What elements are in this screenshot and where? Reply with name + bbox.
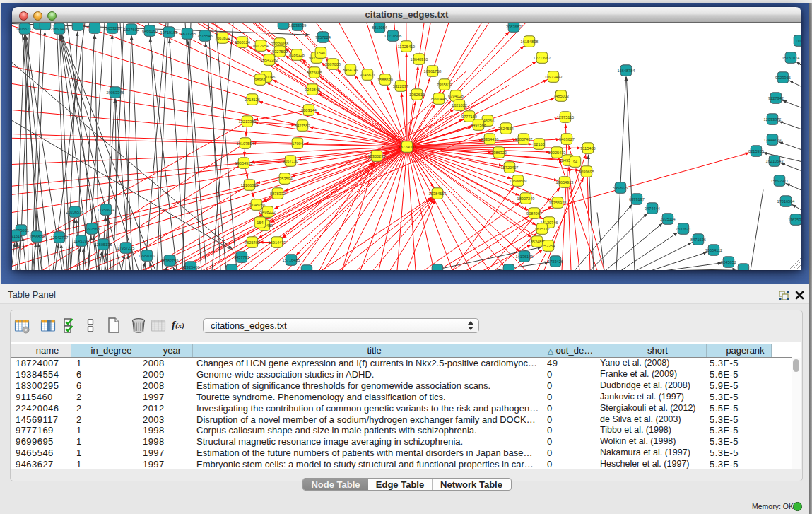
svg-text:12218506: 12218506 [384, 34, 402, 38]
svg-text:12923466: 12923466 [182, 265, 200, 269]
svg-text:29053346: 29053346 [107, 90, 124, 95]
svg-text:16033809: 16033809 [289, 23, 307, 28]
svg-text:8912954: 8912954 [253, 44, 269, 48]
svg-text:1353594: 1353594 [277, 177, 293, 181]
svg-text:10543382: 10543382 [261, 58, 278, 62]
svg-text:1546: 1546 [317, 51, 325, 55]
svg-text:2867608: 2867608 [325, 62, 341, 66]
svg-text:18640910: 18640910 [411, 57, 428, 62]
svg-text:9084067: 9084067 [526, 211, 542, 216]
svg-text:9329966: 9329966 [775, 76, 791, 80]
svg-text:20691406: 20691406 [51, 27, 69, 31]
svg-text:6466160: 6466160 [142, 29, 158, 33]
svg-text:7663822: 7663822 [215, 36, 230, 40]
svg-text:7625402: 7625402 [245, 240, 260, 245]
svg-text:9457791: 9457791 [234, 255, 249, 259]
svg-text:7632621: 7632621 [676, 227, 691, 231]
svg-text:3624554: 3624554 [498, 127, 514, 131]
svg-text:10688609: 10688609 [510, 179, 527, 183]
svg-text:18724007: 18724007 [399, 145, 416, 149]
svg-text:16782759: 16782759 [161, 259, 179, 263]
svg-text:62160: 62160 [534, 142, 545, 146]
svg-text:6497568: 6497568 [471, 123, 486, 127]
svg-text:10107554: 10107554 [237, 141, 254, 146]
svg-text:12505135: 12505135 [95, 243, 112, 247]
svg-text:16961758: 16961758 [424, 69, 442, 74]
svg-text:8454749: 8454749 [343, 68, 358, 72]
svg-text:13958107: 13958107 [139, 254, 156, 258]
svg-text:2087682: 2087682 [506, 25, 522, 29]
svg-text:98961: 98961 [254, 78, 266, 82]
svg-text:15751074: 15751074 [782, 56, 800, 60]
svg-text:19166825: 19166825 [241, 183, 259, 187]
svg-text:9227342: 9227342 [768, 96, 784, 100]
svg-text:3397568: 3397568 [84, 227, 100, 231]
svg-text:16154838: 16154838 [521, 40, 539, 44]
svg-text:9860124: 9860124 [235, 40, 250, 45]
svg-text:1112: 1112 [795, 39, 801, 43]
svg-text:1362615: 1362615 [409, 93, 425, 97]
svg-text:18907249: 18907249 [517, 197, 535, 201]
svg-text:7357224: 7357224 [315, 35, 331, 40]
svg-text:8427552: 8427552 [295, 124, 310, 128]
svg-text:11325419: 11325419 [398, 45, 415, 49]
svg-text:9115460: 9115460 [580, 146, 595, 151]
svg-text:5322037: 5322037 [393, 84, 408, 88]
svg-text:9245652: 9245652 [721, 260, 736, 264]
svg-text:12975115: 12975115 [557, 115, 574, 119]
svg-text:9699695: 9699695 [579, 170, 594, 174]
svg-text:1156829: 1156829 [29, 235, 44, 239]
svg-text:12093872: 12093872 [764, 117, 782, 122]
svg-text:9146821: 9146821 [360, 73, 375, 77]
svg-text:6794028: 6794028 [448, 94, 464, 98]
svg-text:7485003: 7485003 [553, 94, 569, 98]
svg-text:20206536: 20206536 [66, 210, 84, 214]
svg-text:154: 154 [257, 221, 263, 225]
svg-text:16210643: 16210643 [766, 159, 784, 163]
svg-text:3267130: 3267130 [283, 159, 298, 163]
svg-text:5498222: 5498222 [260, 210, 276, 214]
svg-text:8813054: 8813054 [372, 25, 387, 30]
svg-text:19654925: 19654925 [235, 161, 253, 165]
svg-text:10807487: 10807487 [515, 137, 533, 141]
svg-text:14055712: 14055712 [16, 27, 34, 31]
svg-text:1615112: 1615112 [534, 227, 549, 231]
svg-text:252254: 252254 [542, 244, 555, 248]
svg-text:17359924: 17359924 [98, 208, 115, 212]
svg-text:12213369: 12213369 [239, 119, 257, 124]
svg-text:18300295: 18300295 [368, 154, 386, 158]
svg-text:7986322: 7986322 [491, 151, 507, 155]
svg-text:1621022: 1621022 [452, 103, 467, 107]
svg-text:15716485: 15716485 [283, 258, 300, 262]
svg-text:7955812: 7955812 [437, 83, 452, 87]
svg-text:7515546: 7515546 [197, 34, 213, 38]
svg-text:9327500: 9327500 [272, 49, 288, 54]
svg-text:5958923: 5958923 [613, 186, 628, 190]
svg-text:17957225: 17957225 [117, 246, 135, 250]
svg-text:1527602: 1527602 [124, 28, 139, 32]
svg-text:16671355: 16671355 [179, 32, 196, 36]
svg-text:12444129: 12444129 [764, 138, 782, 142]
svg-text:10973493: 10973493 [545, 75, 563, 79]
svg-text:10025433: 10025433 [548, 151, 566, 155]
svg-text:9463627: 9463627 [559, 137, 575, 141]
svg-text:19384554: 19384554 [429, 192, 447, 196]
svg-text:23226058: 23226058 [271, 42, 289, 46]
svg-text:391514: 391514 [12, 234, 22, 238]
svg-text:16914479: 16914479 [269, 240, 286, 245]
svg-text:15692971: 15692971 [771, 179, 789, 183]
svg-text:8878332: 8878332 [270, 192, 286, 196]
svg-text:10653287: 10653287 [104, 26, 122, 30]
svg-text:94: 94 [573, 160, 577, 164]
svg-text:17004: 17004 [292, 141, 303, 146]
svg-text:15720407: 15720407 [501, 165, 519, 170]
svg-text:16648784: 16648784 [618, 69, 635, 73]
svg-text:2803144: 2803144 [301, 108, 317, 112]
svg-text:1167533: 1167533 [788, 218, 801, 222]
svg-text:1145194: 1145194 [73, 239, 88, 243]
svg-text:2935114: 2935114 [660, 217, 675, 221]
svg-text:10046756: 10046756 [248, 203, 266, 207]
svg-text:19654923: 19654923 [556, 180, 574, 185]
svg-text:6879197: 6879197 [629, 197, 645, 201]
svg-text:19756928: 19756928 [549, 201, 567, 205]
